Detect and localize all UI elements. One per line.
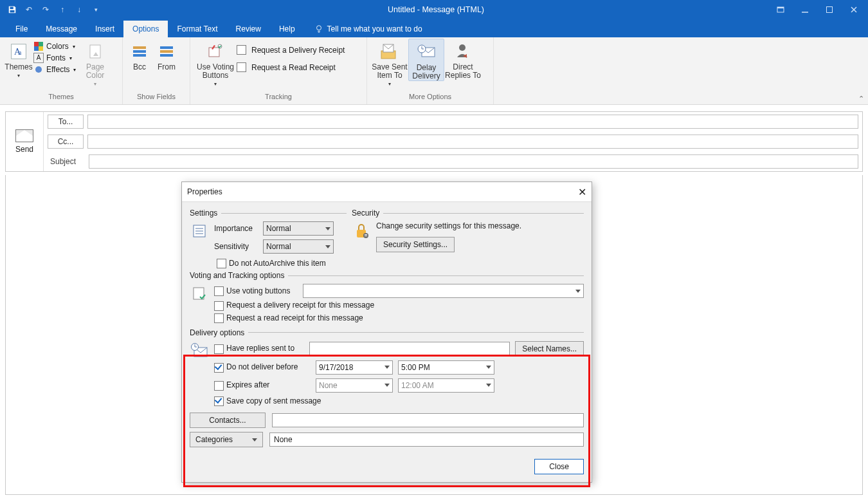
no-autoarchive-checkbox[interactable]: Do not AutoArchive this item	[217, 259, 326, 268]
tab-help[interactable]: Help	[270, 21, 304, 37]
dialog-title: Properties	[187, 187, 222, 196]
chevron-down-icon	[384, 366, 390, 369]
envelope-icon	[15, 129, 33, 142]
subject-label: Subject	[48, 157, 85, 166]
tell-me-search[interactable]: Tell me what you want to do	[308, 21, 429, 37]
minimize-icon[interactable]	[793, 0, 817, 19]
arrow-up-icon[interactable]: ↑	[55, 3, 69, 17]
window-controls	[769, 0, 868, 19]
bcc-button[interactable]: Bcc	[127, 39, 152, 71]
voting-buttons-select[interactable]	[303, 284, 584, 298]
request-read-receipt-checkbox-2[interactable]: Request a read receipt for this message	[214, 313, 363, 322]
fonts-button[interactable]: AFonts▾	[33, 53, 80, 63]
colors-button[interactable]: Colors▾	[33, 41, 80, 51]
svg-rect-20	[133, 46, 146, 49]
group-label-tracking: Tracking	[194, 93, 363, 104]
categories-button[interactable]: Categories	[190, 432, 263, 447]
importance-select[interactable]: Normal	[263, 221, 334, 236]
cc-field[interactable]	[87, 135, 858, 149]
do-not-deliver-before-checkbox[interactable]: Do not deliver before	[214, 362, 311, 372]
themes-button[interactable]: Aa Themes ▾	[4, 39, 33, 80]
categories-field[interactable]: None	[269, 432, 584, 447]
group-themes: Aa Themes ▾ Colors▾ AFonts▾ Effects▾ Pag…	[0, 37, 123, 104]
svg-rect-5	[827, 7, 833, 13]
svg-rect-0	[10, 7, 14, 10]
tab-options[interactable]: Options	[123, 21, 168, 37]
expires-time-select[interactable]: 12:00 AM	[398, 378, 494, 393]
request-delivery-receipt-checkbox[interactable]: Request a Delivery Receipt	[237, 45, 345, 55]
use-voting-buttons-checkbox[interactable]: Use voting buttons	[214, 286, 298, 296]
ribbon-display-icon[interactable]	[769, 0, 792, 19]
security-settings-button[interactable]: Security Settings...	[376, 237, 455, 252]
contacts-field[interactable]	[272, 413, 584, 427]
tab-review[interactable]: Review	[227, 21, 270, 37]
sensitivity-select[interactable]: Normal	[263, 239, 334, 254]
expires-date-select[interactable]: None	[316, 378, 393, 393]
tab-format-text[interactable]: Format Text	[168, 21, 226, 37]
svg-rect-23	[160, 46, 173, 49]
deliver-time-select[interactable]: 5:00 PM	[398, 360, 494, 375]
redo-icon[interactable]: ↷	[39, 3, 53, 17]
have-replies-field[interactable]	[309, 342, 510, 356]
chevron-down-icon	[575, 290, 581, 293]
settings-icon	[190, 221, 209, 241]
svg-rect-41	[365, 234, 367, 235]
group-show-fields: Bcc From Show Fields	[123, 37, 190, 104]
voting-tracking-icon	[190, 284, 209, 303]
delivery-options-icon	[190, 341, 209, 360]
save-icon[interactable]	[5, 3, 19, 17]
undo-icon[interactable]: ↶	[22, 3, 36, 17]
chevron-down-icon	[486, 384, 491, 387]
send-button[interactable]: Send	[6, 112, 44, 171]
deliver-date-select[interactable]: 9/17/2018	[316, 360, 393, 375]
contacts-button[interactable]: Contacts...	[190, 413, 266, 428]
have-replies-checkbox[interactable]: Have replies sent to	[214, 344, 304, 353]
svg-rect-42	[365, 236, 367, 236]
compose-header: Send To... Cc... Subject	[5, 111, 863, 172]
effects-icon	[33, 64, 44, 75]
subject-field[interactable]	[89, 154, 858, 169]
maximize-icon[interactable]	[818, 0, 841, 19]
close-button[interactable]: Close	[534, 459, 584, 474]
title-bar: ↶ ↷ ↑ ↓ ▾ Untitled - Message (HTML)	[0, 0, 868, 19]
request-read-receipt-checkbox[interactable]: Request a Read Receipt	[237, 62, 345, 72]
save-copy-checkbox[interactable]: Save copy of sent message	[214, 396, 321, 405]
qat-customize-icon[interactable]: ▾	[89, 3, 103, 17]
tab-file[interactable]: File	[6, 21, 37, 37]
ribbon-tabs: File Message Insert Options Format Text …	[0, 19, 868, 37]
svg-point-8	[316, 26, 321, 30]
delivery-options-legend: Delivery options	[190, 328, 244, 337]
delay-delivery-button[interactable]: Delay Delivery	[408, 39, 444, 81]
tab-insert[interactable]: Insert	[86, 21, 123, 37]
security-legend: Security	[352, 209, 379, 218]
request-delivery-receipt-checkbox-2[interactable]: Request a delivery receipt for this mess…	[214, 301, 374, 310]
direct-replies-icon	[453, 41, 473, 62]
to-field[interactable]	[87, 115, 858, 129]
voting-tracking-legend: Voting and Tracking options	[190, 271, 284, 280]
page-color-button[interactable]: Page Color ▾	[80, 39, 111, 88]
svg-rect-16	[34, 46, 39, 51]
expires-after-checkbox[interactable]: Expires after	[214, 380, 311, 390]
dialog-close-icon[interactable]: ✕	[578, 186, 586, 198]
from-button[interactable]: From	[152, 39, 181, 71]
to-button[interactable]: To...	[48, 115, 84, 129]
chevron-down-icon	[486, 366, 491, 369]
cc-button[interactable]: Cc...	[48, 135, 84, 149]
svg-rect-1	[10, 10, 15, 13]
effects-button[interactable]: Effects▾	[33, 64, 80, 75]
security-text: Change security settings for this messag…	[376, 221, 584, 230]
svg-point-18	[35, 66, 42, 73]
group-more-options: Save Sent Item To▾ Delay Delivery Direct…	[367, 37, 494, 104]
select-names-button[interactable]: Select Names...	[515, 341, 584, 357]
svg-text:a: a	[19, 49, 22, 56]
window-title: Untitled - Message (HTML)	[103, 5, 769, 14]
svg-point-34	[459, 44, 466, 51]
arrow-down-icon[interactable]: ↓	[72, 3, 86, 17]
close-icon[interactable]	[842, 0, 865, 19]
collapse-ribbon-icon[interactable]: ⌃	[858, 95, 864, 103]
save-sent-item-to-button[interactable]: Save Sent Item To▾	[371, 39, 408, 88]
use-voting-buttons-button[interactable]: Use Voting Buttons ▾	[194, 39, 237, 88]
tab-message[interactable]: Message	[37, 21, 86, 37]
direct-replies-to-button[interactable]: Direct Replies To	[444, 39, 482, 80]
svg-rect-26	[209, 48, 219, 57]
